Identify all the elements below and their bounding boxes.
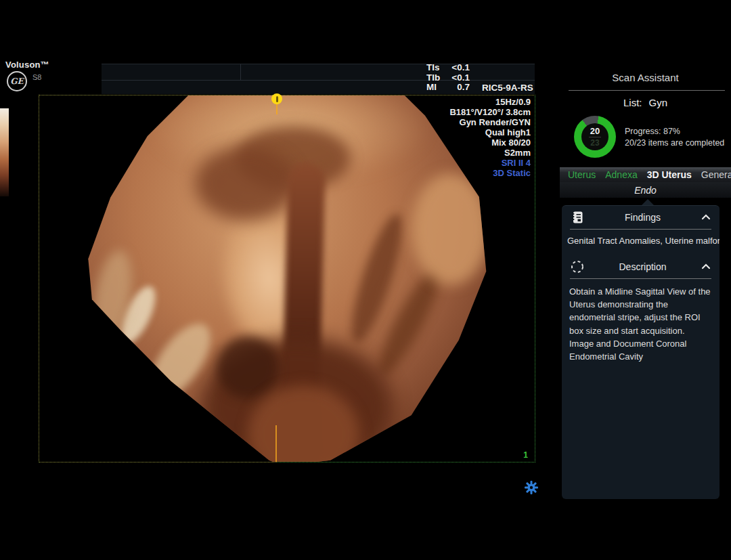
description-dashed-circle-icon	[570, 259, 585, 274]
progress-percent-label: Progress: 87%	[625, 126, 724, 137]
render-shape	[217, 337, 279, 399]
tab-general[interactable]: General	[696, 169, 731, 180]
tab-adnexa[interactable]: Adnexa	[600, 169, 642, 180]
top-bar-divider	[102, 80, 535, 81]
param-angle-depth: B181°/V120°/ 3.8cm	[449, 107, 531, 117]
description-title: Description	[585, 261, 701, 272]
list-value: Gyn	[649, 97, 668, 108]
title-divider	[569, 90, 725, 91]
probe-name: RIC5-9A-RS	[482, 83, 533, 93]
chevron-up-icon[interactable]	[701, 261, 711, 272]
chevron-up-icon[interactable]	[701, 212, 711, 223]
subtab-bar: Endo	[560, 182, 731, 198]
findings-title: Findings	[585, 212, 701, 223]
list-label: List:	[623, 97, 642, 108]
tab-3d-uterus[interactable]: 3D Uterus	[642, 169, 696, 180]
voluson-wordmark: Voluson™	[5, 60, 49, 70]
findings-notebook-icon	[570, 210, 585, 225]
progress-donut-center: 20 23	[581, 123, 608, 150]
findings-value: Genital Tract Anomalies, Uterine malform…	[562, 230, 719, 255]
param-quality: Qual high1	[449, 127, 531, 137]
ti-row: TIs <0.1	[426, 63, 470, 73]
mi-label: MI	[426, 83, 437, 93]
bottom-left-border	[39, 462, 277, 462]
description-header[interactable]: Description	[562, 255, 719, 278]
voluson-logo-block: Voluson™ GE S8	[4, 60, 99, 93]
progress-items-label: 20/23 items are completed	[625, 137, 724, 149]
model-label: S8	[32, 73, 41, 81]
progress-donut: 20 23	[574, 116, 616, 158]
tib-label: TIb	[426, 73, 440, 83]
param-mix: Mix 80/20	[449, 137, 531, 148]
list-row: List:Gyn	[560, 97, 731, 108]
fraction-divider	[589, 137, 601, 137]
tib-value: <0.1	[451, 73, 470, 83]
completed-count: 20	[590, 127, 600, 135]
tis-value: <0.1	[451, 63, 470, 73]
acoustic-indices: TIs <0.1 TIb <0.1 MI 0.7	[426, 63, 470, 93]
ti-row: TIb <0.1	[426, 73, 470, 83]
param-sri: SRI II 4	[449, 158, 531, 168]
subtab-endo[interactable]: Endo	[634, 185, 657, 196]
image-parameters: 15Hz/0.9 B181°/V120°/ 3.8cm Gyn Render/G…	[449, 97, 531, 178]
tis-label: TIs	[426, 63, 440, 73]
scan-assistant-panel: Scan Assistant List:Gyn 20 23 Progress: …	[560, 58, 731, 501]
param-render-mode: Gyn Render/GYN	[449, 117, 531, 127]
top-bar-separator	[240, 64, 241, 80]
section-divider	[570, 278, 711, 279]
render-colormap-bar	[0, 108, 9, 196]
progress-text: Progress: 87% 20/23 items are completed	[625, 126, 724, 149]
top-status-bar	[102, 64, 535, 94]
frame-number: 1	[523, 450, 528, 460]
ti-row: MI 0.7	[426, 83, 470, 93]
param-framerate: 15Hz/0.9	[449, 97, 531, 107]
tab-uterus[interactable]: Uterus	[563, 169, 600, 180]
uterus-3d-render	[46, 95, 520, 462]
gear-icon[interactable]	[524, 480, 539, 495]
param-slice: S2mm	[449, 148, 531, 158]
description-value: Obtain a Midline Sagittal View of the Ut…	[562, 279, 719, 369]
panel-title: Scan Assistant	[560, 72, 731, 83]
orientation-marker-icon	[271, 93, 282, 104]
render-shape	[195, 146, 296, 221]
ultrasound-display-area[interactable]: 1 15Hz/0.9 B181°/V120°/ 3.8cm Gyn Render…	[39, 95, 535, 462]
render-shape	[412, 173, 489, 285]
ge-logo-icon: GE	[7, 71, 27, 91]
panel-pointer	[642, 199, 654, 205]
section-divider	[570, 229, 711, 230]
midline-marker-bottom	[275, 425, 277, 462]
mi-value: 0.7	[457, 83, 470, 93]
category-tab-bar: Uterus Adnexa 3D Uterus General	[560, 167, 731, 182]
findings-description-panel: Findings Genital Tract Anomalies, Uterin…	[562, 205, 719, 499]
param-3d-static: 3D Static	[449, 168, 531, 178]
total-count: 23	[590, 139, 599, 147]
findings-header[interactable]: Findings	[562, 206, 719, 229]
